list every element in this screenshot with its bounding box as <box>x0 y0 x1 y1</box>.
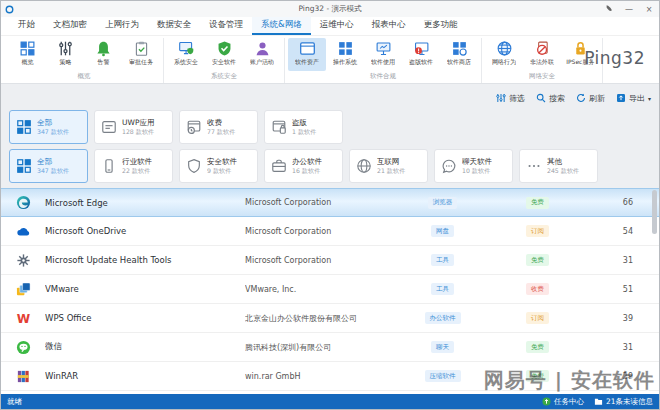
license-badge: 订阅 <box>526 312 549 324</box>
tab-system-network[interactable]: 系统&网络 <box>252 17 311 35</box>
tab-data-security[interactable]: 数据安全 <box>148 17 200 35</box>
filter-cards-row-category: 全部347 款软件 行业软件22 款软件 安全软件9 款软件 办公软件16 款软… <box>9 149 651 183</box>
software-vendor: Microsoft Corporation <box>245 227 395 236</box>
close-button[interactable]: × <box>643 5 655 14</box>
category-card-all[interactable]: 全部347 款软件 <box>9 149 88 183</box>
tab-internet-behavior[interactable]: 上网行为 <box>96 17 148 35</box>
ribbon-group-system-security: 系统安全 安全软件 账户活动 系统安全 <box>164 38 285 83</box>
ribbon-group-label: 网络安全 <box>485 71 599 83</box>
ribbon-item-software-store[interactable]: 软件商店 <box>440 38 478 71</box>
install-count: 54 <box>585 227 659 236</box>
ribbon-item-security-software[interactable]: 安全软件 <box>205 38 243 71</box>
paid-window-icon <box>186 119 202 135</box>
export-button[interactable]: 导出 ▾ <box>616 93 651 104</box>
refresh-button[interactable]: 刷新 <box>576 93 605 104</box>
wechat-app-icon <box>1 340 45 355</box>
table-row[interactable]: Microsoft OneDrive Microsoft Corporation… <box>1 217 659 246</box>
account-activity-user-icon <box>254 39 271 58</box>
filter-card-uwp[interactable]: UWP应用128 款软件 <box>94 110 173 144</box>
category-badge: 浏览器 <box>428 197 458 209</box>
category-card-chat[interactable]: 聊天软件10 款软件 <box>434 149 513 183</box>
ribbon-item-system-security[interactable]: 系统安全 <box>167 38 205 71</box>
ribbon-item-pirated-software[interactable]: 盗版软件 <box>402 38 440 71</box>
category-card-other[interactable]: 其他245 款软件 <box>519 149 598 183</box>
wps-app-icon: W <box>1 311 45 326</box>
card-count: 128 款软件 <box>122 128 154 137</box>
install-count: 51 <box>585 285 659 294</box>
ribbon-item-overview[interactable]: 概览 <box>8 38 46 71</box>
license-badge: 免费 <box>526 341 549 353</box>
ribbon-item-account-activity[interactable]: 账户活动 <box>243 38 281 71</box>
ribbon-item-alerts[interactable]: 告警 <box>84 38 122 71</box>
ribbon-item-approval-tasks[interactable]: 审批任务 <box>122 38 160 71</box>
ribbon-item-illegal-connection[interactable]: 非法外联 <box>523 38 561 71</box>
chevron-down-icon: ▾ <box>648 95 651 102</box>
tab-more-features[interactable]: 更多功能 <box>415 17 467 35</box>
update-tools-app-icon <box>1 253 45 268</box>
vertical-scrollbar[interactable] <box>652 190 657 234</box>
search-button[interactable]: 搜索 <box>536 93 565 104</box>
tab-ops-center[interactable]: 运维中心 <box>311 17 363 35</box>
ribbon-item-software-assets[interactable]: 软件资产 <box>288 38 326 71</box>
table-row[interactable]: Microsoft Edge Microsoft Corporation 浏览器… <box>1 188 659 217</box>
security-software-shield-icon <box>216 39 233 58</box>
tab-document-encryption[interactable]: 文档加密 <box>44 17 96 35</box>
tab-device-management[interactable]: 设备管理 <box>200 17 252 35</box>
main-content: 筛选 搜索 刷新 导出 ▾ 全部347 款软件 <box>1 84 659 394</box>
policy-sliders-icon <box>57 39 74 58</box>
license-badge: 订阅 <box>526 225 549 237</box>
pirated-software-alert-icon <box>413 39 430 58</box>
globe-icon <box>356 158 372 174</box>
system-security-icon <box>178 39 195 58</box>
category-card-office[interactable]: 办公软件16 款软件 <box>264 149 343 183</box>
filter-card-all[interactable]: 全部347 款软件 <box>9 110 88 144</box>
ribbon-item-label: 概览 <box>21 58 33 66</box>
filter-button[interactable]: 筛选 <box>496 93 525 104</box>
table-row[interactable]: Microsoft Update Health Tools Microsoft … <box>1 246 659 275</box>
phone-icon <box>101 158 117 174</box>
ellipsis-icon <box>526 158 542 174</box>
card-count: 16 款软件 <box>292 167 321 176</box>
ribbon-item-label: 软件商店 <box>447 58 471 66</box>
ribbon-item-label: 安全软件 <box>212 58 236 66</box>
card-count: 10 款软件 <box>462 167 491 176</box>
ribbon-item-label: 操作系统 <box>333 58 357 66</box>
minimize-button[interactable]: — <box>623 5 635 14</box>
unread-messages-button[interactable]: 21条未读信息 <box>594 397 653 407</box>
ribbon-item-network-behavior[interactable]: 网络行为 <box>485 38 523 71</box>
ribbon-item-software-usage[interactable]: 软件使用 <box>364 38 402 71</box>
window-title: Ping32 - 演示模式 <box>1 4 659 14</box>
status-bar: 就绪 任务中心 21条未读信息 <box>1 394 659 409</box>
table-row[interactable]: W WPS Office 北京金山办公软件股份有限公司 办公软件 订阅 39 <box>1 304 659 333</box>
category-card-industry[interactable]: 行业软件22 款软件 <box>94 149 173 183</box>
ribbon-item-operating-system[interactable]: 操作系统 <box>326 38 364 71</box>
software-name: Microsoft Update Health Tools <box>45 255 245 265</box>
filter-card-pirated[interactable]: 盗版1 款软件 <box>264 110 343 144</box>
software-vendor: 北京金山办公软件股份有限公司 <box>245 313 395 324</box>
ribbon-item-policy[interactable]: 策略 <box>46 38 84 71</box>
category-card-internet[interactable]: 互联网21 款软件 <box>349 149 428 183</box>
software-vendor: Microsoft Corporation <box>245 198 395 207</box>
table-row[interactable]: VMware VMware, Inc. 工具 收费 51 <box>1 275 659 304</box>
search-icon <box>536 93 546 103</box>
table-row[interactable]: 微信 腾讯科技(深圳)有限公司 聊天 免费 31 <box>1 333 659 362</box>
shield-icon <box>186 158 202 174</box>
export-icon <box>616 93 626 103</box>
category-card-security[interactable]: 安全软件9 款软件 <box>179 149 258 183</box>
install-count: 31 <box>585 343 659 352</box>
card-count: 77 款软件 <box>207 128 235 137</box>
install-count: 66 <box>585 198 659 207</box>
task-center-button[interactable]: 任务中心 <box>542 397 584 407</box>
tab-start[interactable]: 开始 <box>9 17 44 35</box>
ribbon-item-label: 账户活动 <box>250 58 274 66</box>
ribbon-item-label: 告警 <box>97 58 109 66</box>
table-row[interactable]: WinRAR win.rar GmbH 压缩软件 免费 29 <box>1 362 659 391</box>
tab-report-center[interactable]: 报表中心 <box>363 17 415 35</box>
filter-card-paid[interactable]: 收费77 款软件 <box>179 110 258 144</box>
card-count: 1 款软件 <box>292 128 316 137</box>
software-vendor: Microsoft Corporation <box>245 256 395 265</box>
category-badge: 聊天 <box>431 341 454 353</box>
ribbon-item-label: 盗版软件 <box>409 58 433 66</box>
software-vendor: 腾讯科技(深圳)有限公司 <box>245 342 395 353</box>
support-phone-icon[interactable] <box>603 4 615 14</box>
